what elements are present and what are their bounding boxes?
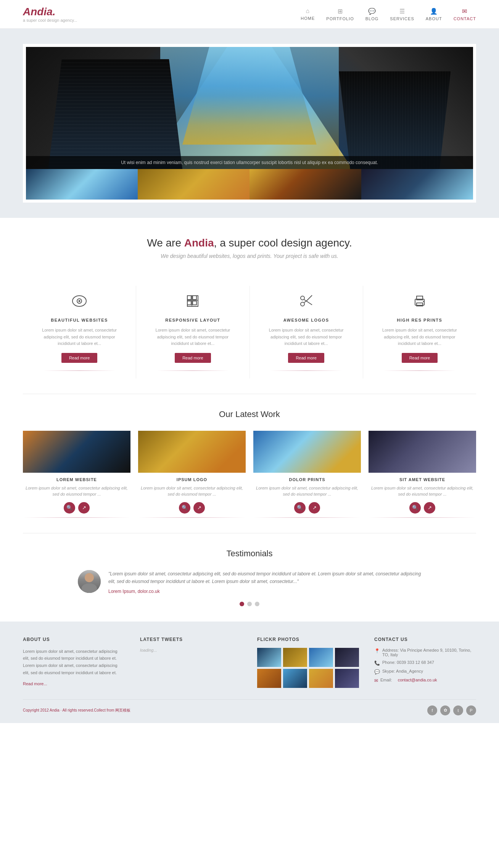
social-twitter[interactable]: t xyxy=(453,705,463,715)
flickr-photo-5[interactable] xyxy=(257,669,281,688)
footer-about-readmore[interactable]: Read more... xyxy=(23,681,47,686)
flickr-photo-2[interactable] xyxy=(283,648,307,667)
nav-home[interactable]: ⌂ HOME xyxy=(301,8,315,21)
testimonial-dot-1[interactable] xyxy=(240,602,244,606)
blog-icon: 💬 xyxy=(368,8,376,15)
features-section: BEAUTIFUL WEBSITES Lorem ipsum dolor sit… xyxy=(0,274,499,394)
work-image-3[interactable] xyxy=(253,431,361,473)
feature-websites-text: Lorem ipsum dolor sit amet, consectetur … xyxy=(34,327,124,347)
flickr-photo-3[interactable] xyxy=(309,648,333,667)
footer-copyright: Copyright 2012 Andia · All rights reserv… xyxy=(23,708,130,713)
flickr-photo-8[interactable] xyxy=(335,669,359,688)
logo-area: Andia. a super cool design agency... xyxy=(23,6,77,23)
social-pinterest[interactable]: P xyxy=(466,705,476,715)
feature-websites-readmore[interactable]: Read more xyxy=(61,353,97,363)
work-title-4: SIT AMET WEBSITE xyxy=(369,477,476,482)
hero-main-image: Ut wisi enim ad minim veniam, quis nostr… xyxy=(26,47,473,169)
hero-thumb-2[interactable] xyxy=(138,169,250,200)
feature-websites-title: BEAUTIFUL WEBSITES xyxy=(34,318,124,322)
avatar-body xyxy=(82,583,97,593)
feature-prints-readmore[interactable]: Read more xyxy=(402,353,438,363)
feature-responsive-readmore[interactable]: Read more xyxy=(175,353,211,363)
work-image-2[interactable] xyxy=(138,431,246,473)
footer-bottom: Copyright 2012 Andia · All rights reserv… xyxy=(23,699,476,715)
intro-heading: We are Andia, a super cool design agency… xyxy=(23,237,476,249)
hero-thumb-3[interactable] xyxy=(250,169,361,200)
nav-portfolio[interactable]: ⊞ PORTFOLIO xyxy=(326,8,354,21)
work-divider-2 xyxy=(138,517,246,518)
feature-logos-text: Lorem ipsum dolor sit amet, consectetur … xyxy=(261,327,351,347)
latest-work-section: Our Latest Work LOREM WEBSITE Lorem ipsu… xyxy=(0,394,499,533)
work-desc-3: Lorem ipsum dolor sit amet, consectetur … xyxy=(253,485,361,498)
work-desc-1: Lorem ipsum dolor sit amet, consectetur … xyxy=(23,485,130,498)
work-image-1[interactable] xyxy=(23,431,130,473)
feature-websites: BEAUTIFUL WEBSITES Lorem ipsum dolor sit… xyxy=(23,286,136,378)
flickr-photo-4[interactable] xyxy=(335,648,359,667)
work-image-4[interactable] xyxy=(369,431,476,473)
svg-point-2 xyxy=(79,300,80,302)
testimonial-dot-2[interactable] xyxy=(247,602,252,606)
svg-point-13 xyxy=(301,296,304,300)
work-link-btn-4[interactable]: ↗ xyxy=(424,502,435,514)
portfolio-icon: ⊞ xyxy=(338,8,343,15)
feature-logos: AWESOME LOGOS Lorem ipsum dolor sit amet… xyxy=(250,286,363,378)
testimonial-dots xyxy=(23,602,476,606)
feature-prints-text: Lorem ipsum dolor sit amet, consectetur … xyxy=(375,327,465,347)
work-link-btn-3[interactable]: ↗ xyxy=(309,502,320,514)
work-search-btn-1[interactable]: 🔍 xyxy=(64,502,75,514)
testimonial-content: "Lorem ipsum dolor sit amet, consectetur… xyxy=(78,570,421,594)
work-link-btn-1[interactable]: ↗ xyxy=(78,502,90,514)
svg-rect-4 xyxy=(193,296,196,300)
feature-prints: HIGH RES PRINTS Lorem ipsum dolor sit am… xyxy=(363,286,476,378)
printer-icon xyxy=(375,293,465,312)
header: Andia. a super cool design agency... ⌂ H… xyxy=(0,0,499,29)
main-nav: ⌂ HOME ⊞ PORTFOLIO 💬 BLOG ☰ SERVICES 👤 A… xyxy=(301,8,476,21)
nav-about[interactable]: 👤 ABOUT xyxy=(426,8,442,21)
work-divider-4 xyxy=(369,517,476,518)
flickr-photo-7[interactable] xyxy=(309,669,333,688)
flickr-photo-1[interactable] xyxy=(257,648,281,667)
logo[interactable]: Andia. xyxy=(23,6,77,18)
testimonials-title: Testimonials xyxy=(23,549,476,559)
work-icons-2: 🔍 ↗ xyxy=(138,502,246,514)
nav-blog[interactable]: 💬 BLOG xyxy=(365,8,379,21)
hero-thumb-4[interactable] xyxy=(361,169,473,200)
social-flickr[interactable]: ✿ xyxy=(440,705,450,715)
contact-email: ✉ Email: contact@andia.co.uk xyxy=(374,678,476,683)
hero-slider: Ut wisi enim ad minim veniam, quis nostr… xyxy=(23,44,476,203)
avatar-head xyxy=(85,573,94,582)
skype-icon: 💬 xyxy=(374,669,380,675)
hero-section: Ut wisi enim ad minim veniam, quis nostr… xyxy=(0,29,499,218)
nav-services[interactable]: ☰ SERVICES xyxy=(390,8,414,21)
intro-sub: We design beautiful websites, logos and … xyxy=(23,253,476,259)
work-item-2: IPSUM LOGO Lorem ipsum dolor sit amet, c… xyxy=(138,431,246,518)
testimonials-section: Testimonials "Lorem ipsum dolor sit amet… xyxy=(0,533,499,622)
work-search-btn-3[interactable]: 🔍 xyxy=(294,502,306,514)
svg-line-16 xyxy=(304,301,306,303)
flickr-photo-6[interactable] xyxy=(283,669,307,688)
work-search-btn-4[interactable]: 🔍 xyxy=(409,502,421,514)
hero-thumbnails xyxy=(26,169,473,200)
work-title-3: DOLOR PRINTS xyxy=(253,477,361,482)
work-icons-3: 🔍 ↗ xyxy=(253,502,361,514)
svg-point-14 xyxy=(301,302,304,306)
avatar-shape xyxy=(78,570,101,593)
social-icons: f ✿ t P xyxy=(427,705,476,715)
feature-logos-readmore[interactable]: Read more xyxy=(288,353,324,363)
social-facebook[interactable]: f xyxy=(427,705,437,715)
contact-email-link[interactable]: contact@andia.co.uk xyxy=(398,678,437,682)
logo-tagline: a super cool design agency... xyxy=(23,18,77,23)
work-grid: LOREM WEBSITE Lorem ipsum dolor sit amet… xyxy=(23,431,476,518)
footer-contact: CONTACT US 📍 Address: Via Principe Amede… xyxy=(374,637,476,688)
nav-contact[interactable]: ✉ CONTACT xyxy=(454,8,476,21)
work-link-btn-2[interactable]: ↗ xyxy=(193,502,205,514)
work-desc-4: Lorem ipsum dolor sit amet, consectetur … xyxy=(369,485,476,498)
work-item-3: DOLOR PRINTS Lorem ipsum dolor sit amet,… xyxy=(253,431,361,518)
footer-about-title: ABOUT US xyxy=(23,637,125,642)
work-search-btn-2[interactable]: 🔍 xyxy=(179,502,190,514)
services-icon: ☰ xyxy=(399,8,405,15)
svg-rect-5 xyxy=(187,301,191,305)
feature-responsive: RESPONSIVE LAYOUT Lorem ipsum dolor sit … xyxy=(136,286,250,378)
testimonial-dot-3[interactable] xyxy=(255,602,259,606)
hero-thumb-1[interactable] xyxy=(26,169,138,200)
